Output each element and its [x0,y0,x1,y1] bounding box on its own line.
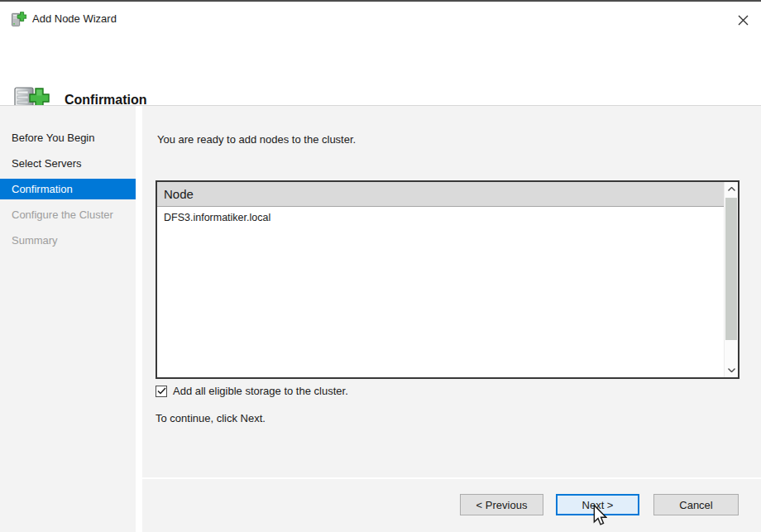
continue-hint-text: To continue, click Next. [156,412,266,424]
storage-checkbox-row: Add all eligible storage to the cluster. [156,385,348,397]
close-icon [738,15,749,26]
instruction-text: You are ready to add nodes to the cluste… [157,133,356,146]
wizard-header: Confirmation [0,36,761,105]
node-list[interactable]: Node DFS3.informatiker.local [156,180,739,379]
footer-divider [137,477,761,479]
chevron-down-icon [728,368,735,372]
storage-checkbox-label: Add all eligible storage to the cluster. [173,385,348,397]
content: Before You Begin Select Servers Confirma… [0,106,761,532]
sidebar-item-confirmation[interactable]: Confirmation [0,179,136,199]
window-title: Add Node Wizard [32,12,117,25]
sidebar-divider [136,106,142,532]
add-node-wizard-window: Add Node Wizard Confir [0,0,761,532]
add-storage-checkbox[interactable] [156,386,167,397]
cancel-button[interactable]: Cancel [653,494,739,515]
sidebar-item-select-servers[interactable]: Select Servers [0,153,136,174]
scrollbar-thumb[interactable] [725,198,737,340]
checkmark-icon [157,387,166,395]
sidebar-item-before-you-begin[interactable]: Before You Begin [0,127,136,148]
node-list-scrollbar[interactable] [724,182,738,377]
close-button[interactable] [730,7,756,32]
sidebar-item-configure-the-cluster: Configure the Cluster [0,204,136,225]
main-panel: You are ready to add nodes to the cluste… [142,106,761,532]
previous-button[interactable]: < Previous [460,494,543,515]
next-button[interactable]: Next > [556,494,639,515]
scroll-up-button[interactable] [725,182,738,196]
wizard-steps-sidebar: Before You Begin Select Servers Confirma… [0,106,136,532]
titlebar: Add Node Wizard [0,2,761,36]
node-list-body: Node DFS3.informatiker.local [157,182,724,377]
add-node-wizard-icon [10,11,26,27]
node-list-item[interactable]: DFS3.informatiker.local [157,207,724,228]
scroll-down-button[interactable] [725,363,738,377]
chevron-up-icon [728,187,735,191]
node-column-header: Node [157,182,724,207]
sidebar-item-summary: Summary [0,230,136,251]
